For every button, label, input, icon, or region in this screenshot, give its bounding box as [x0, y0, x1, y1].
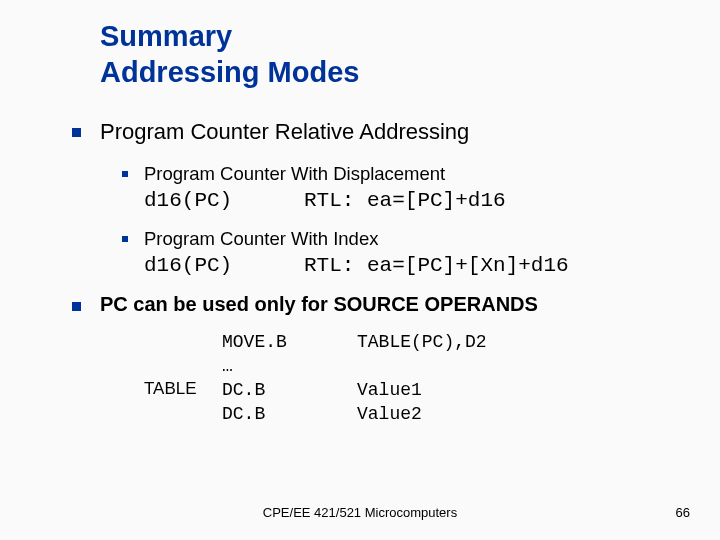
operand: TABLE(PC),D2	[357, 330, 487, 354]
heading-pc-relative: Program Counter Relative Addressing	[72, 119, 680, 145]
opcode: DC.B	[222, 378, 357, 402]
page-number: 66	[676, 505, 690, 520]
code-row: MOVE.B TABLE(PC),D2	[144, 330, 680, 354]
opcode: MOVE.B	[222, 330, 357, 354]
square-bullet-icon	[122, 171, 128, 177]
square-bullet-icon	[122, 236, 128, 242]
code-row: TABLE DC.B Value1	[144, 378, 680, 402]
mode-displacement-code: d16(PC) RTL: ea=[PC]+d16	[144, 189, 680, 212]
title-line-2: Addressing Modes	[100, 56, 359, 88]
code-row: DC.B Value2	[144, 402, 680, 426]
mode-index-code: d16(PC) RTL: ea=[PC]+[Xn]+d16	[144, 254, 680, 277]
mode-heading-text: Program Counter With Index	[144, 228, 378, 249]
opcode: …	[222, 354, 357, 378]
square-bullet-icon	[72, 302, 81, 311]
syntax: d16(PC)	[144, 254, 304, 277]
label	[144, 402, 222, 426]
title-line-1: Summary	[100, 20, 232, 52]
square-bullet-icon	[72, 128, 81, 137]
mode-heading-text: Program Counter With Displacement	[144, 163, 445, 184]
rtl: RTL: ea=[PC]+[Xn]+d16	[304, 254, 569, 277]
label	[144, 354, 222, 378]
example-code: MOVE.B TABLE(PC),D2 … TABLE DC.B Value1 …	[144, 330, 680, 427]
mode-displacement-heading: Program Counter With Displacement	[122, 163, 680, 185]
syntax: d16(PC)	[144, 189, 304, 212]
label: TABLE	[144, 378, 222, 402]
mode-index-heading: Program Counter With Index	[122, 228, 680, 250]
opcode: DC.B	[222, 402, 357, 426]
note-text: PC can be used only for SOURCE OPERANDS	[100, 293, 538, 315]
operand: Value1	[357, 378, 422, 402]
heading-text: Program Counter Relative Addressing	[100, 119, 469, 144]
code-row: …	[144, 354, 680, 378]
note-source-operands: PC can be used only for SOURCE OPERANDS	[72, 293, 680, 316]
slide: Summary Addressing Modes Program Counter…	[0, 0, 720, 540]
label	[144, 330, 222, 354]
slide-title: Summary Addressing Modes	[100, 18, 680, 91]
operand: Value2	[357, 402, 422, 426]
rtl: RTL: ea=[PC]+d16	[304, 189, 506, 212]
footer-text: CPE/EE 421/521 Microcomputers	[0, 505, 720, 520]
